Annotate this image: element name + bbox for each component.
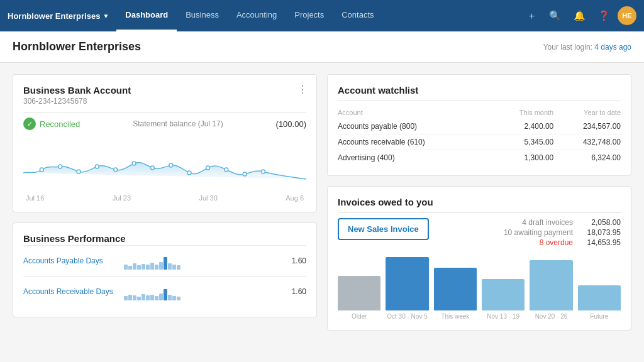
watchlist-ytd-0: 234,567.00 — [553, 119, 621, 134]
help-button[interactable]: ❓ — [593, 6, 615, 25]
last-login-text: Your last login: — [543, 43, 592, 52]
chart-label-2: Jul 30 — [199, 194, 218, 202]
chart-labels: Jul 16 Jul 23 Jul 30 Aug 6 — [23, 194, 306, 202]
bar — [133, 263, 136, 270]
svg-point-1 — [58, 165, 62, 168]
awaiting-amount: 18,073.95 — [583, 228, 621, 237]
bar — [124, 265, 128, 270]
performance-title: Business Performance — [23, 233, 306, 244]
bar — [159, 262, 163, 270]
bar-label-3: Nov 13 - 19 — [487, 313, 519, 320]
svg-point-3 — [95, 165, 99, 168]
nav-contacts[interactable]: Contacts — [333, 0, 382, 31]
last-login-time[interactable]: 4 days ago — [594, 43, 631, 52]
bar — [177, 297, 180, 300]
bar — [172, 296, 176, 300]
bar — [172, 265, 176, 270]
bar — [150, 263, 154, 270]
bank-account-title: Business Bank Account — [23, 85, 306, 96]
bar — [146, 265, 150, 270]
perf-bars-payable — [124, 252, 281, 270]
page-title: Hornblower Enterprises — [13, 40, 141, 53]
watchlist-row-1: Accounts receivable (610) 5,345.00 432,7… — [338, 134, 621, 150]
overdue-amount: 14,653.95 — [583, 238, 621, 247]
chart-label-1: Jul 23 — [113, 194, 131, 202]
nav-brand[interactable]: Hornblower Enterprises ▼ — [8, 11, 116, 21]
invoice-stat-awaiting: 10 awaiting payment 18,073.95 — [504, 228, 621, 237]
bar — [168, 263, 172, 270]
watchlist-header-ytd: Year to date — [553, 106, 621, 119]
bell-button[interactable]: 🔔 — [569, 6, 591, 25]
perf-bars-receivable — [124, 283, 281, 300]
bar-older — [338, 276, 380, 310]
watchlist-account-1: Accounts receivable (610) — [338, 134, 493, 150]
add-button[interactable]: ＋ — [522, 6, 541, 26]
svg-point-10 — [225, 168, 228, 172]
bar — [128, 266, 132, 270]
bar-label-5: Future — [590, 313, 608, 320]
user-avatar[interactable]: HE — [618, 6, 636, 25]
watchlist-table: Account This month Year to date Accounts… — [338, 106, 621, 165]
bar — [128, 295, 132, 300]
bar — [146, 295, 150, 300]
overdue-label: 8 overdue — [540, 238, 573, 247]
brand-name: Hornblower Enterprises — [8, 11, 100, 21]
watchlist-row-0: Accounts payable (800) 2,400.00 234,567.… — [338, 119, 621, 134]
svg-point-6 — [151, 166, 155, 170]
draft-label: 4 draft invoices — [522, 218, 573, 227]
bar — [155, 265, 158, 270]
bar-accent — [164, 257, 167, 270]
invoice-stat-draft: 4 draft invoices 2,058.00 — [504, 218, 621, 227]
svg-point-12 — [262, 170, 265, 173]
bar-group-1: Oct 30 - Nov 5 — [386, 257, 428, 320]
watchlist-ytd-1: 432,748.00 — [553, 134, 621, 150]
new-invoice-button[interactable]: New Sales Invoice — [338, 218, 429, 240]
left-column: ⋮ Business Bank Account 306-234-12345678… — [13, 74, 317, 331]
search-button[interactable]: 🔍 — [544, 6, 566, 25]
perf-value-receivable: 1.60 — [287, 287, 306, 296]
more-options-icon[interactable]: ⋮ — [297, 84, 308, 96]
svg-point-2 — [77, 170, 80, 173]
svg-point-7 — [169, 163, 173, 167]
watchlist-row-2: Advertising (400) 1,300.00 6,324.00 — [338, 150, 621, 166]
reconciled-label: Reconciled — [40, 119, 80, 129]
bar — [159, 293, 163, 300]
watchlist-month-2: 1,300.00 — [493, 150, 554, 166]
bar-accent — [164, 289, 167, 300]
bank-chart-area — [23, 135, 306, 192]
invoices-top: New Sales Invoice 4 draft invoices 2,058… — [338, 218, 621, 247]
business-performance-card: Business Performance Accounts Payable Da… — [13, 222, 317, 317]
bar — [142, 294, 145, 300]
watchlist-card: Account watchlist Account This month Yea… — [327, 74, 631, 176]
watchlist-ytd-2: 6,324.00 — [553, 150, 621, 166]
bar-group-3: Nov 13 - 19 — [482, 279, 525, 320]
svg-point-11 — [243, 172, 247, 176]
draft-amount: 2,058.00 — [583, 218, 621, 227]
nav-projects[interactable]: Projects — [286, 0, 333, 31]
nav-dashboard[interactable]: Dashboard — [116, 0, 177, 31]
navbar: Hornblower Enterprises ▼ Dashboard Busin… — [0, 0, 644, 31]
watchlist-header-month: This month — [493, 106, 554, 119]
bar — [133, 295, 136, 300]
reconcile-row: ✓ Reconciled Statement balance (Jul 17) … — [23, 118, 306, 130]
bar-group-0: Older — [338, 276, 380, 320]
bar-oct30 — [386, 257, 428, 310]
nav-business[interactable]: Business — [177, 0, 228, 31]
main-content: ⋮ Business Bank Account 306-234-12345678… — [0, 63, 644, 342]
perf-label-payable[interactable]: Accounts Payable Days — [23, 256, 118, 265]
page-header: Hornblower Enterprises Your last login: … — [0, 31, 644, 63]
invoices-card: Invoices owed to you New Sales Invoice 4… — [327, 186, 631, 331]
bar-nov20 — [530, 260, 572, 310]
nav-links: Dashboard Business Accounting Projects C… — [116, 0, 522, 31]
watchlist-month-1: 5,345.00 — [493, 134, 554, 150]
bar-nov13 — [482, 279, 525, 310]
invoice-stat-overdue: 8 overdue 14,653.95 — [504, 238, 621, 247]
reconcile-badge: ✓ Reconciled — [23, 118, 80, 130]
bar-label-0: Older — [352, 313, 367, 320]
bar — [150, 295, 154, 300]
perf-label-receivable[interactable]: Accounts Receivable Days — [23, 287, 118, 296]
nav-accounting[interactable]: Accounting — [228, 0, 286, 31]
svg-point-9 — [206, 166, 210, 170]
watchlist-title: Account watchlist — [338, 85, 621, 96]
invoice-bar-chart: Older Oct 30 - Nov 5 This week Nov 13 - … — [338, 257, 621, 320]
